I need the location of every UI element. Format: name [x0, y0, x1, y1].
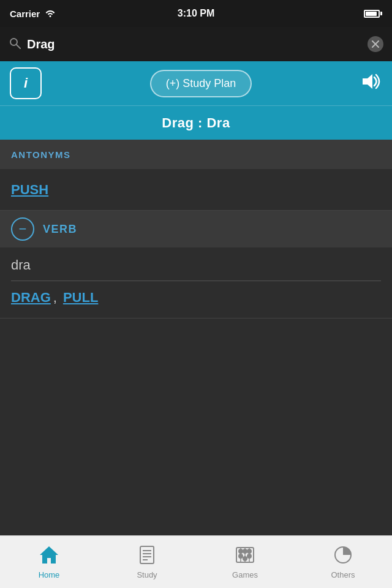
verb-words: DRAG , PULL	[11, 290, 381, 306]
svg-point-17	[247, 549, 251, 553]
tab-bar: Home Study	[0, 535, 392, 588]
tab-games[interactable]: Games	[196, 536, 294, 588]
search-query[interactable]: Drag	[27, 37, 361, 51]
tab-games-label: Games	[232, 570, 258, 579]
svg-line-1	[17, 45, 20, 48]
carrier-label: Carrier	[10, 9, 40, 19]
verb-word-drag[interactable]: DRAG	[11, 290, 51, 306]
tab-home[interactable]: Home	[0, 536, 98, 588]
svg-marker-5	[40, 546, 58, 564]
info-button[interactable]: i	[10, 67, 42, 99]
verb-content: dra DRAG , PULL	[0, 247, 392, 318]
word-title: Drag : Dra	[162, 115, 230, 131]
search-clear-button[interactable]	[368, 36, 383, 52]
status-time: 3:10 PM	[178, 8, 214, 19]
antonyms-label: ANTONYMS	[11, 149, 71, 160]
others-icon	[333, 545, 353, 568]
svg-point-20	[247, 554, 251, 558]
antonyms-section-header: ANTONYMS	[0, 140, 392, 169]
tab-others-label: Others	[331, 570, 355, 579]
verb-section-header: − VERB	[0, 211, 392, 247]
word-title-bar: Drag : Dra	[0, 105, 392, 140]
sound-button[interactable]	[360, 72, 382, 95]
svg-point-18	[239, 554, 243, 558]
tab-study-label: Study	[137, 570, 157, 579]
tab-study[interactable]: Study	[98, 536, 196, 588]
collapse-verb-button[interactable]: −	[11, 217, 34, 241]
games-icon	[235, 545, 255, 568]
battery-indicator	[364, 10, 382, 18]
verb-word-pull[interactable]: PULL	[63, 290, 98, 306]
verb-label: VERB	[43, 223, 77, 236]
tab-others[interactable]: Others	[294, 536, 392, 588]
verb-search-term: dra	[11, 257, 381, 281]
svg-rect-6	[140, 546, 154, 564]
wifi-icon	[45, 9, 56, 19]
status-bar: Carrier 3:10 PM	[0, 0, 392, 27]
antonym-word-push[interactable]: PUSH	[11, 182, 48, 198]
toolbar: i (+) Study Plan	[0, 61, 392, 105]
search-icon	[9, 37, 21, 52]
svg-point-16	[243, 549, 247, 553]
study-plan-button[interactable]: (+) Study Plan	[150, 70, 252, 97]
svg-point-19	[243, 557, 247, 560]
antonym-row: PUSH	[0, 169, 392, 211]
study-icon	[138, 545, 156, 568]
search-bar: Drag	[0, 27, 392, 61]
verb-word-separator: ,	[53, 290, 57, 306]
home-icon	[39, 545, 59, 568]
svg-point-15	[239, 549, 243, 553]
tab-home-label: Home	[39, 570, 60, 579]
svg-marker-4	[363, 74, 372, 89]
